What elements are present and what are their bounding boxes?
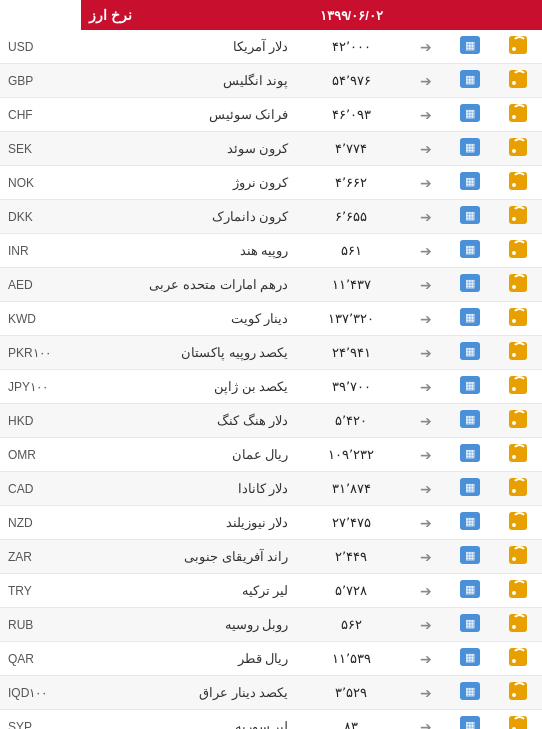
chart-icon[interactable] — [460, 444, 480, 462]
rss-icon[interactable] — [509, 716, 527, 729]
currency-code: SYP — [0, 710, 81, 730]
rss-icon[interactable] — [509, 274, 527, 292]
chart-icon[interactable] — [460, 70, 480, 88]
rss-icon-cell[interactable] — [495, 268, 542, 302]
chart-icon[interactable] — [460, 36, 480, 54]
rss-icon-cell[interactable] — [495, 200, 542, 234]
chart-icon-cell[interactable] — [445, 642, 495, 676]
rss-icon[interactable] — [509, 36, 527, 54]
chart-icon[interactable] — [460, 410, 480, 428]
chart-icon[interactable] — [460, 648, 480, 666]
chart-icon-cell[interactable] — [445, 438, 495, 472]
rss-icon-cell[interactable] — [495, 676, 542, 710]
chart-icon[interactable] — [460, 512, 480, 530]
chart-icon-cell[interactable] — [445, 166, 495, 200]
arrow-right-icon: ➔ — [420, 719, 432, 730]
rss-icon-cell[interactable] — [495, 132, 542, 166]
chart-icon-cell[interactable] — [445, 404, 495, 438]
rss-icon[interactable] — [509, 546, 527, 564]
chart-icon[interactable] — [460, 682, 480, 700]
chart-icon-cell[interactable] — [445, 234, 495, 268]
chart-icon[interactable] — [460, 478, 480, 496]
rss-icon-cell[interactable] — [495, 64, 542, 98]
chart-icon-cell[interactable] — [445, 200, 495, 234]
chart-icon-cell[interactable] — [445, 268, 495, 302]
currency-price: ۳۹٬۷۰۰ — [296, 370, 406, 404]
arrow-icon-cell: ➔ — [406, 166, 445, 200]
chart-icon[interactable] — [460, 206, 480, 224]
arrow-right-icon: ➔ — [420, 583, 432, 599]
rss-icon[interactable] — [509, 70, 527, 88]
chart-icon-cell[interactable] — [445, 30, 495, 64]
rss-icon-cell[interactable] — [495, 404, 542, 438]
arrow-right-icon: ➔ — [420, 107, 432, 123]
rss-icon-cell[interactable] — [495, 370, 542, 404]
rss-icon[interactable] — [509, 648, 527, 666]
table-row: ➔۴۲٬۰۰۰دلار آمریکاUSD — [0, 30, 542, 64]
chart-icon[interactable] — [460, 716, 480, 729]
rss-icon[interactable] — [509, 682, 527, 700]
rss-icon-cell[interactable] — [495, 642, 542, 676]
rss-icon-cell[interactable] — [495, 472, 542, 506]
arrow-icon-cell: ➔ — [406, 438, 445, 472]
rss-icon-cell[interactable] — [495, 608, 542, 642]
arrow-icon-cell: ➔ — [406, 370, 445, 404]
chart-icon-cell[interactable] — [445, 540, 495, 574]
chart-icon[interactable] — [460, 172, 480, 190]
chart-icon[interactable] — [460, 614, 480, 632]
chart-icon[interactable] — [460, 342, 480, 360]
table-row: ➔۱۰۹٬۲۳۲ریال عمانOMR — [0, 438, 542, 472]
rss-icon[interactable] — [509, 104, 527, 122]
rss-icon-cell[interactable] — [495, 166, 542, 200]
rss-icon[interactable] — [509, 342, 527, 360]
chart-icon-cell[interactable] — [445, 676, 495, 710]
chart-icon-cell[interactable] — [445, 506, 495, 540]
rss-icon[interactable] — [509, 172, 527, 190]
rss-icon[interactable] — [509, 138, 527, 156]
rss-icon[interactable] — [509, 512, 527, 530]
chart-icon-cell[interactable] — [445, 370, 495, 404]
table-row: ➔۵٬۷۲۸لیر ترکیهTRY — [0, 574, 542, 608]
chart-icon[interactable] — [460, 308, 480, 326]
rss-icon[interactable] — [509, 410, 527, 428]
rss-icon-cell[interactable] — [495, 30, 542, 64]
rss-icon[interactable] — [509, 478, 527, 496]
rss-icon-cell[interactable] — [495, 710, 542, 730]
rss-icon-cell[interactable] — [495, 302, 542, 336]
rss-icon[interactable] — [509, 240, 527, 258]
rss-icon-cell[interactable] — [495, 438, 542, 472]
chart-icon-cell[interactable] — [445, 608, 495, 642]
chart-icon-cell[interactable] — [445, 710, 495, 730]
currency-name: لیر سوریه — [81, 710, 296, 730]
rss-icon[interactable] — [509, 580, 527, 598]
table-row: ➔۴٬۷۷۴کرون سوئدSEK — [0, 132, 542, 166]
chart-icon-cell[interactable] — [445, 472, 495, 506]
chart-icon[interactable] — [460, 546, 480, 564]
rss-icon[interactable] — [509, 206, 527, 224]
chart-icon[interactable] — [460, 274, 480, 292]
currency-code: CHF — [0, 98, 81, 132]
chart-icon-cell[interactable] — [445, 132, 495, 166]
rss-icon-cell[interactable] — [495, 574, 542, 608]
rss-icon[interactable] — [509, 376, 527, 394]
rss-icon-cell[interactable] — [495, 336, 542, 370]
currency-name: یکصد دینار عراق — [81, 676, 296, 710]
chart-icon-cell[interactable] — [445, 302, 495, 336]
chart-icon[interactable] — [460, 376, 480, 394]
chart-icon[interactable] — [460, 580, 480, 598]
rss-icon[interactable] — [509, 308, 527, 326]
currency-price: ۲٬۴۴۹ — [296, 540, 406, 574]
chart-icon-cell[interactable] — [445, 64, 495, 98]
chart-icon[interactable] — [460, 240, 480, 258]
chart-icon[interactable] — [460, 138, 480, 156]
chart-icon-cell[interactable] — [445, 98, 495, 132]
rss-icon-cell[interactable] — [495, 234, 542, 268]
rss-icon-cell[interactable] — [495, 540, 542, 574]
chart-icon-cell[interactable] — [445, 336, 495, 370]
rss-icon[interactable] — [509, 444, 527, 462]
rss-icon[interactable] — [509, 614, 527, 632]
chart-icon-cell[interactable] — [445, 574, 495, 608]
rss-icon-cell[interactable] — [495, 98, 542, 132]
rss-icon-cell[interactable] — [495, 506, 542, 540]
chart-icon[interactable] — [460, 104, 480, 122]
